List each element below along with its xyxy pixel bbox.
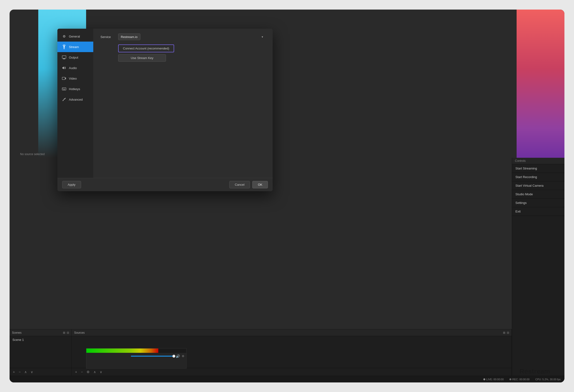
sidebar-item-advanced-label: Advanced: [69, 98, 83, 101]
sources-header-icons: ⊞ ⊟: [503, 331, 509, 334]
output-icon: [62, 55, 66, 60]
scenes-header-label: Scenes: [12, 331, 21, 334]
scenes-panel-header: Scenes ⊞ ⊟: [10, 329, 72, 336]
sidebar-item-general-label: General: [69, 35, 80, 38]
restream-watermark: Restream: [519, 368, 550, 375]
connect-account-button[interactable]: Connect Account (recommended): [118, 44, 174, 52]
sources-header-label: Sources: [74, 331, 85, 334]
wrench-icon: [62, 97, 66, 102]
no-source-label: No source selected: [20, 153, 45, 156]
sidebar-item-output-label: Output: [69, 56, 78, 59]
sources-save-icon[interactable]: ⊞: [503, 331, 505, 334]
service-row: Service Restream.io ▼: [101, 34, 266, 40]
apply-button[interactable]: Apply: [62, 181, 81, 188]
bottom-panels: Scenes ⊞ ⊟ Scene 1 + − ∧ ∨ Sources ⊞ ⊟: [10, 329, 512, 376]
svg-rect-5: [63, 59, 65, 59]
scene-up-button[interactable]: ∧: [23, 370, 28, 374]
start-virtual-camera-button[interactable]: Start Virtual Camera: [512, 181, 564, 190]
svg-rect-12: [64, 88, 65, 89]
live-time: LIVE: 00:00:00: [486, 378, 504, 381]
svg-rect-10: [63, 88, 63, 89]
svg-marker-6: [62, 66, 64, 69]
audio-mixer: 🔊 ⚙: [86, 348, 186, 369]
exit-button[interactable]: Exit: [512, 207, 564, 216]
scene-down-button[interactable]: ∨: [30, 370, 34, 374]
rec-dot: [510, 378, 511, 380]
sources-panel-header: Sources ⊞ ⊟: [72, 329, 512, 336]
service-select[interactable]: Restream.io: [118, 34, 140, 40]
live-status: LIVE: 00:00:00: [483, 378, 504, 381]
live-dot: [483, 378, 485, 380]
scenes-footer: + − ∧ ∨: [10, 368, 72, 376]
svg-rect-7: [62, 77, 65, 79]
studio-mode-button[interactable]: Studio Mode: [512, 190, 564, 199]
cpu-label: CPU: 5.2%, 30.00 fps: [535, 378, 561, 381]
svg-rect-11: [64, 88, 64, 89]
service-select-wrapper: Restream.io ▼: [118, 34, 266, 40]
modal-content: ⚙ General Stream: [57, 29, 273, 178]
sidebar-item-video-label: Video: [69, 77, 77, 80]
sidebar-item-audio-label: Audio: [69, 66, 77, 70]
audio-mute-icon[interactable]: 🔊: [176, 354, 180, 358]
chevron-down-icon: ▼: [261, 36, 264, 38]
sources-footer: + − ⚙ ∧ ∨: [72, 368, 512, 376]
cancel-button[interactable]: Cancel: [229, 181, 250, 188]
source-settings-button[interactable]: ⚙: [86, 370, 91, 374]
scene-remove-button[interactable]: −: [18, 370, 21, 374]
audio-slider-handle[interactable]: [172, 355, 175, 358]
controls-header: Controls: [512, 158, 564, 164]
sidebar-item-advanced[interactable]: Advanced: [57, 94, 93, 105]
start-recording-button[interactable]: Start Recording: [512, 173, 564, 181]
video-icon: [62, 76, 66, 81]
audio-controls-row: 🔊 ⚙: [86, 353, 186, 359]
stream-icon: [62, 44, 66, 49]
sidebar-item-output[interactable]: Output: [57, 52, 93, 63]
controls-panel: Controls Start Streaming Start Recording…: [512, 158, 564, 382]
settings-main-panel: Service Restream.io ▼ Connect Account (r…: [93, 29, 273, 178]
audio-meter-bar: [86, 349, 186, 353]
scenes-header-icons: ⊞ ⊟: [63, 331, 69, 334]
sources-filter-icon[interactable]: ⊟: [507, 331, 509, 334]
rec-status: REC: 00:00:00: [510, 378, 530, 381]
scenes-filter-icon[interactable]: ⊟: [67, 331, 69, 334]
scenes-panel: Scenes ⊞ ⊟ Scene 1 + − ∧ ∨: [10, 329, 72, 376]
app-window: No source selected ⚙ General: [10, 10, 564, 382]
status-bar: LIVE: 00:00:00 REC: 00:00:00 CPU: 5.2%, …: [10, 376, 564, 382]
svg-point-0: [63, 46, 65, 48]
sidebar-item-audio[interactable]: Audio: [57, 63, 93, 73]
modal-footer: Apply Cancel OK: [57, 178, 273, 191]
sidebar-item-video[interactable]: Video: [57, 73, 93, 84]
service-label: Service: [101, 35, 115, 39]
audio-level-indicator: [86, 349, 158, 353]
scenes-save-icon[interactable]: ⊞: [63, 331, 65, 334]
svg-rect-3: [62, 56, 66, 58]
use-stream-key-button[interactable]: Use Stream Key: [118, 54, 166, 62]
source-down-button[interactable]: ∨: [99, 370, 103, 374]
settings-modal: ⚙ General Stream: [57, 29, 273, 191]
audio-volume-slider[interactable]: [131, 356, 174, 357]
keyboard-icon: [62, 87, 66, 91]
scene-add-button[interactable]: +: [12, 370, 16, 374]
svg-rect-13: [63, 89, 65, 90]
audio-icon: [62, 65, 66, 70]
modal-footer-right: Cancel OK: [229, 181, 268, 188]
source-remove-button[interactable]: −: [80, 370, 84, 374]
source-up-button[interactable]: ∧: [93, 370, 97, 374]
start-streaming-button[interactable]: Start Streaming: [512, 164, 564, 173]
sidebar-item-stream-label: Stream: [69, 45, 79, 49]
sidebar-item-hotkeys-label: Hotkeys: [69, 87, 80, 91]
cpu-status: CPU: 5.2%, 30.00 fps: [535, 378, 561, 381]
source-add-button[interactable]: +: [74, 370, 78, 374]
gradient-right: [517, 10, 564, 158]
sidebar-item-stream[interactable]: Stream: [57, 41, 93, 52]
sidebar-item-hotkeys[interactable]: Hotkeys: [57, 84, 93, 94]
gear-icon: ⚙: [62, 34, 66, 39]
ok-button[interactable]: OK: [252, 181, 268, 188]
audio-settings-icon[interactable]: ⚙: [182, 354, 184, 358]
scene-item-1[interactable]: Scene 1: [10, 336, 72, 343]
sidebar-item-general[interactable]: ⚙ General: [57, 31, 93, 41]
rec-time: REC: 00:00:00: [512, 378, 530, 381]
settings-sidebar: ⚙ General Stream: [57, 29, 93, 178]
settings-button[interactable]: Settings: [512, 199, 564, 207]
connect-buttons-group: Connect Account (recommended) Use Stream…: [118, 44, 266, 62]
